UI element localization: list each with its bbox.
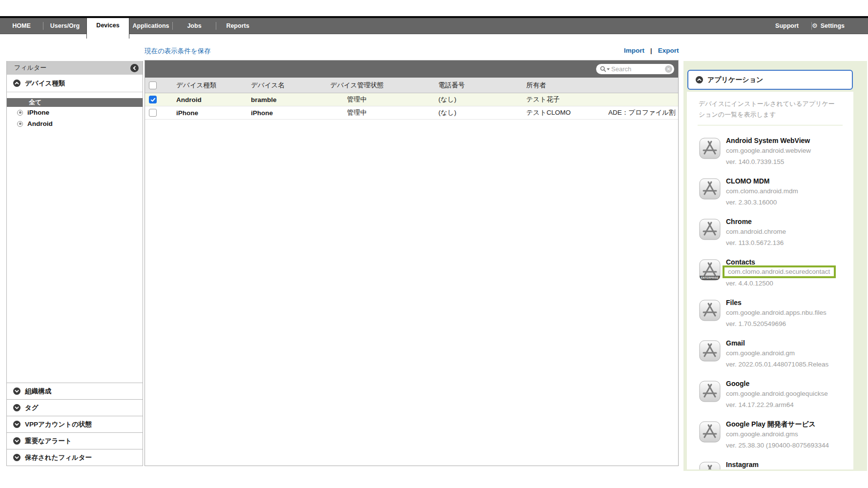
column-header-management-status[interactable]: デバイス管理状態 — [323, 78, 391, 93]
column-header-phone[interactable]: 電話番号 — [438, 78, 465, 93]
applications-list-container: デバイスにインストールされているアプリケー ションの一覧を表示します Andro… — [687, 92, 853, 469]
sidebar-collapse-button[interactable] — [130, 64, 139, 72]
app-version: ver. 14.17.22.29.arm64 — [726, 401, 794, 408]
applications-description: デバイスにインストールされているアプリケー ションの一覧を表示します — [699, 99, 845, 120]
app-name: Files — [726, 299, 742, 306]
filter-section-label: 重要なアラート — [25, 437, 72, 446]
filter-option-all[interactable]: 全て — [7, 98, 143, 107]
top-navbar: HOME Users/Org Devices Applications Jobs… — [0, 16, 868, 34]
nav-applications[interactable]: Applications — [129, 18, 172, 34]
nav-home[interactable]: HOME — [0, 18, 43, 34]
filter-section-organization[interactable]: 組織構成 — [7, 383, 143, 399]
filter-section-label: タグ — [25, 404, 39, 412]
cell-device-name[interactable]: bramble — [251, 93, 277, 106]
app-row-android-system-webview[interactable]: Android System WebView com.google.androi… — [687, 137, 853, 177]
filter-section-critical-alerts[interactable]: 重要なアラート — [7, 432, 143, 449]
app-row-google[interactable]: Google com.google.android.googlequickse … — [687, 380, 853, 420]
app-row-google-play-services[interactable]: Google Play 開発者サービス com.google.android.g… — [687, 420, 853, 461]
app-version: ver. 2.30.3.16000 — [726, 199, 777, 206]
nav-jobs[interactable]: Jobs — [173, 18, 216, 34]
search-clear-icon[interactable]: ✕ — [665, 65, 672, 73]
cell-management-status: 管理中 — [323, 93, 391, 106]
cell-phone: (なし) — [438, 106, 456, 119]
app-package: com.google.android.webview — [726, 147, 811, 154]
nav-devices-active-tab[interactable]: Devices — [86, 18, 129, 39]
app-store-icon — [699, 340, 721, 362]
import-link[interactable]: Import — [624, 47, 644, 54]
divider — [698, 125, 843, 125]
nav-reports[interactable]: Reports — [216, 18, 259, 34]
filter-sidebar: フィルター デバイス種類 全て iPhone Android 組織構成 — [6, 61, 143, 466]
row-checkbox-checked[interactable] — [149, 96, 157, 103]
cell-device-type: iPhone — [176, 106, 198, 119]
row-checkbox[interactable] — [149, 109, 157, 117]
search-input[interactable] — [611, 65, 663, 73]
device-table-header: デバイス種類 デバイス名 デバイス管理状態 電話番号 所有者 — [145, 78, 678, 93]
clomo-panel-page: HOME Users/Org Devices Applications Jobs… — [0, 0, 868, 488]
app-store-icon — [699, 219, 721, 240]
nav-settings[interactable]: Settings — [808, 18, 857, 34]
table-row-iphone[interactable]: iPhone iPhone 管理中 (なし) テストCLOMO ADE：プロファ… — [145, 106, 678, 120]
app-row-chrome[interactable]: Chrome com.android.chrome ver. 113.0.567… — [687, 218, 853, 258]
app-row-files[interactable]: Files com.google.android.apps.nbu.files … — [687, 299, 853, 339]
applications-list: Android System WebView com.google.androi… — [687, 137, 853, 469]
app-version: ver. 113.0.5672.136 — [726, 239, 784, 246]
app-version: ver. 1.70.520549696 — [726, 320, 786, 327]
app-package: com.android.chrome — [726, 228, 786, 235]
filter-option-label: iPhone — [27, 109, 49, 116]
app-store-icon — [699, 178, 721, 200]
search-scope-dropdown-icon[interactable] — [607, 68, 610, 70]
filter-section-vpp-status[interactable]: VPPアカウントの状態 — [7, 416, 143, 432]
app-row-clomo-mdm[interactable]: CLOMO MDM com.clomo.android.mdm ver. 2.3… — [687, 177, 853, 218]
filter-section-device-type[interactable]: デバイス種類 — [7, 75, 143, 92]
filter-section-label: 保存されたフィルター — [25, 453, 92, 462]
column-header-device-type[interactable]: デバイス種類 — [176, 78, 216, 93]
app-name: Chrome — [726, 218, 752, 225]
cell-device-type: Android — [176, 93, 202, 106]
nav-right: Support ⚙ Settings — [763, 18, 868, 34]
app-row-instagram[interactable]: Instagram — [687, 461, 853, 469]
chevron-down-circle-icon — [13, 421, 21, 428]
filter-sidebar-header: フィルター — [7, 61, 143, 75]
app-package-highlighted: com.clomo.android.securedcontact — [723, 265, 836, 278]
app-store-icon — [699, 300, 721, 321]
filter-option-iphone[interactable]: iPhone — [7, 107, 143, 118]
cell-phone: (なし) — [438, 93, 456, 106]
cell-owner: テスト花子 — [526, 93, 559, 106]
filter-section-tags[interactable]: タグ — [7, 399, 143, 416]
app-name: Instagram — [726, 461, 759, 468]
nav-support[interactable]: Support — [763, 18, 811, 34]
column-header-device-name[interactable]: デバイス名 — [251, 78, 285, 93]
filter-option-label: Android — [27, 120, 53, 127]
app-name: Gmail — [726, 339, 745, 347]
export-link[interactable]: Export — [658, 47, 679, 54]
save-current-view-link[interactable]: 現在の表示条件を保存 — [145, 47, 211, 56]
filter-title: フィルター — [14, 63, 46, 72]
search-icon[interactable] — [600, 66, 610, 72]
column-header-owner[interactable]: 所有者 — [526, 78, 546, 93]
applications-panel-header[interactable]: アプリケーション — [687, 70, 853, 90]
app-version: ver. 25.38.30 (190400-8075693344 — [726, 442, 829, 449]
filter-section-label: 組織構成 — [25, 387, 51, 396]
app-row-gmail[interactable]: Gmail com.google.android.gm ver. 2022.05… — [687, 339, 853, 380]
filter-section-label: デバイス種類 — [25, 79, 65, 88]
chevron-down-circle-icon — [13, 454, 21, 461]
filter-option-android[interactable]: Android — [7, 118, 143, 129]
applications-panel: アプリケーション デバイスにインストールされているアプリケー ションの一覧を表示… — [683, 61, 867, 471]
chevron-up-circle-icon — [696, 76, 703, 83]
app-store-icon — [699, 138, 721, 159]
cell-management-status: 管理中 — [323, 106, 391, 119]
app-name: Google Play 開発者サービス — [726, 420, 816, 429]
search-box: ✕ — [596, 64, 674, 74]
app-row-contacts[interactable]: ENTERPRISE Contacts com.clomo.android.se… — [687, 258, 853, 299]
app-name: Google — [726, 380, 749, 387]
select-all-checkbox[interactable] — [149, 81, 157, 89]
chevron-left-icon — [132, 66, 137, 70]
cell-device-name[interactable]: iPhone — [251, 106, 273, 119]
applications-panel-title: アプリケーション — [707, 76, 763, 84]
app-version: ver. 4.4.0.12500 — [726, 280, 773, 287]
filter-section-saved-filters[interactable]: 保存されたフィルター — [7, 449, 143, 466]
cell-note — [608, 93, 679, 106]
table-row-android[interactable]: Android bramble 管理中 (なし) テスト花子 — [145, 93, 678, 106]
nav-users-org[interactable]: Users/Org — [43, 18, 86, 34]
